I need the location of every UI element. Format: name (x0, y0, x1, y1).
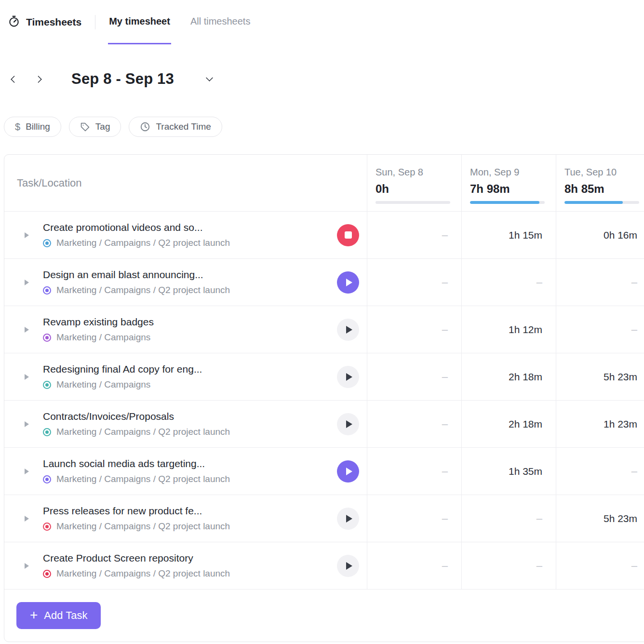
tab-all-timesheets[interactable]: All timesheets (189, 0, 252, 44)
chip-label: Tracked Time (156, 121, 211, 132)
time-cell[interactable]: – (367, 353, 461, 400)
task-row: Design an email blast announcing... Mark… (4, 258, 644, 306)
column-header-tue: Tue, Sep 10 8h 85m (556, 155, 644, 211)
timer-stop-button[interactable] (337, 224, 359, 246)
billing-filter-chip[interactable]: $ Billing (4, 117, 61, 137)
timesheet-table: Task/Location Sun, Sep 8 0h Mon, Sep 9 7… (4, 154, 644, 642)
time-cell[interactable]: – (461, 259, 556, 306)
chevron-down-icon (205, 74, 213, 82)
timer-play-button[interactable] (337, 508, 359, 530)
timer-play-button[interactable] (337, 460, 359, 483)
play-icon (346, 420, 352, 428)
task-location-text: Marketing / Campaigns (56, 332, 150, 343)
time-cell[interactable]: 5h 23m (556, 495, 644, 542)
time-cell[interactable]: – (367, 448, 461, 495)
timer-play-button[interactable] (337, 319, 359, 341)
time-cell[interactable]: – (367, 306, 461, 353)
expand-chevron-icon[interactable] (25, 280, 29, 285)
task-title[interactable]: Launch social media ads targeting... (43, 458, 230, 470)
task-title[interactable]: Revamp existing badges (43, 316, 154, 328)
expand-chevron-icon[interactable] (25, 374, 29, 380)
task-location: Marketing / Campaigns / Q2 project launc… (43, 474, 230, 484)
day-total: 8h 85m (564, 182, 639, 196)
tracked-time-filter-chip[interactable]: Tracked Time (129, 117, 222, 137)
timer-play-button[interactable] (337, 413, 359, 435)
timer-play-button[interactable] (337, 555, 359, 577)
week-selector: Sep 8 - Sep 13 (0, 64, 644, 94)
time-cell[interactable]: – (367, 212, 461, 258)
task-title[interactable]: Design an email blast announcing... (43, 269, 230, 281)
expand-chevron-icon[interactable] (25, 327, 29, 333)
day-progress-bar (376, 201, 450, 204)
expand-chevron-icon[interactable] (25, 232, 29, 238)
task-title[interactable]: Create Product Screen repository (43, 552, 230, 564)
next-week-button[interactable] (30, 71, 46, 87)
time-cell[interactable]: – (367, 495, 461, 542)
tab-my-timesheet[interactable]: My timesheet (108, 0, 171, 44)
task-location-text: Marketing / Campaigns / Q2 project launc… (56, 521, 230, 532)
task-row: Press releases for new product fe... Mar… (4, 495, 644, 542)
day-progress-fill (470, 201, 539, 204)
timer-play-button[interactable] (337, 366, 359, 388)
stop-icon (345, 231, 352, 239)
status-dot-icon (43, 286, 51, 295)
time-cell[interactable]: 1h 15m (461, 212, 556, 258)
time-cell[interactable]: 1h 12m (461, 306, 556, 353)
task-row: Contracts/Invoices/Proposals Marketing /… (4, 400, 644, 447)
time-cell[interactable]: 0h 16m (556, 212, 644, 258)
task-cell: Press releases for new product fe... Mar… (4, 495, 367, 542)
play-icon (346, 326, 352, 334)
tag-filter-chip[interactable]: Tag (69, 117, 121, 137)
task-location: Marketing / Campaigns / Q2 project launc… (43, 568, 230, 579)
task-cell: Redesigning final Ad copy for eng... Mar… (4, 353, 367, 400)
day-total: 7h 98m (470, 182, 544, 196)
table-header-row: Task/Location Sun, Sep 8 0h Mon, Sep 9 7… (4, 155, 644, 211)
time-cell[interactable]: – (461, 542, 556, 589)
task-cell: Launch social media ads targeting... Mar… (4, 448, 367, 495)
task-location-text: Marketing / Campaigns / Q2 project launc… (56, 427, 230, 437)
timer-play-button[interactable] (337, 271, 359, 294)
expand-chevron-icon[interactable] (25, 421, 29, 427)
time-cell[interactable]: – (556, 306, 644, 353)
timesheets-brand: Timesheets (8, 0, 81, 44)
task-title[interactable]: Redesigning final Ad copy for eng... (43, 363, 202, 375)
time-cell[interactable]: – (461, 495, 556, 542)
expand-chevron-icon[interactable] (25, 563, 29, 569)
play-icon (346, 562, 352, 570)
task-title[interactable]: Contracts/Invoices/Proposals (43, 411, 230, 422)
day-label: Mon, Sep 9 (470, 167, 544, 178)
prev-week-button[interactable] (6, 71, 22, 87)
task-location-text: Marketing / Campaigns / Q2 project launc… (56, 474, 230, 484)
time-cell[interactable]: 1h 35m (461, 448, 556, 495)
time-cell[interactable]: – (367, 401, 461, 447)
plus-icon: + (30, 608, 38, 622)
time-cell[interactable]: 2h 18m (461, 401, 556, 447)
column-header-mon: Mon, Sep 9 7h 98m (461, 155, 556, 211)
time-cell[interactable]: – (367, 259, 461, 306)
week-dropdown-button[interactable] (202, 72, 216, 86)
task-row: Revamp existing badges Marketing / Campa… (4, 306, 644, 353)
time-cell[interactable]: – (367, 542, 461, 589)
expand-chevron-icon[interactable] (25, 516, 29, 522)
task-cell: Design an email blast announcing... Mark… (4, 259, 367, 306)
time-cell[interactable]: 1h 23m (556, 401, 644, 447)
time-cell[interactable]: – (556, 259, 644, 306)
task-cell: Revamp existing badges Marketing / Campa… (4, 306, 367, 353)
status-dot-icon (43, 428, 51, 436)
time-cell[interactable]: 5h 23m (556, 353, 644, 400)
task-title[interactable]: Create promotional videos and so... (43, 222, 230, 233)
task-cell: Create Product Screen repository Marketi… (4, 542, 367, 589)
top-nav: Timesheets My timesheet All timesheets (0, 0, 644, 44)
status-dot-icon (43, 239, 51, 247)
chip-label: Tag (95, 121, 110, 132)
status-dot-icon (43, 523, 51, 531)
status-dot-icon (43, 475, 51, 483)
task-title[interactable]: Press releases for new product fe... (43, 505, 230, 517)
expand-chevron-icon[interactable] (25, 469, 29, 474)
time-cell[interactable]: 2h 18m (461, 353, 556, 400)
tab-label: My timesheet (109, 16, 170, 27)
time-cell[interactable]: – (556, 542, 644, 589)
time-cell[interactable]: – (556, 448, 644, 495)
task-cell: Create promotional videos and so... Mark… (4, 212, 367, 258)
add-task-button[interactable]: + Add Task (16, 602, 101, 629)
